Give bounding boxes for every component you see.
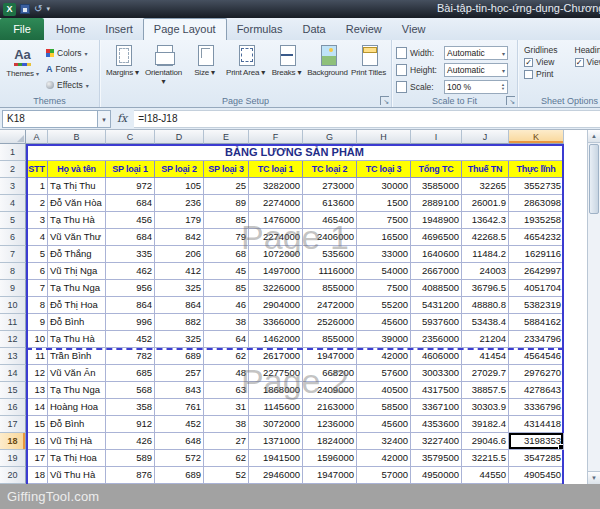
header-cell-E2[interactable]: SP loại 3 bbox=[204, 161, 249, 178]
cell-C13[interactable]: 782 bbox=[106, 348, 155, 365]
vertical-scrollbar[interactable]: ▲ ▼ bbox=[587, 130, 600, 484]
cell-K14[interactable]: 2976270 bbox=[509, 365, 564, 382]
cell-K13[interactable]: 4564546 bbox=[509, 348, 564, 365]
cell-C3[interactable]: 972 bbox=[106, 178, 155, 195]
cell-F16[interactable]: 1145600 bbox=[249, 399, 303, 416]
cell-A10[interactable]: 8 bbox=[26, 297, 48, 314]
cell-H16[interactable]: 58500 bbox=[357, 399, 411, 416]
header-cell-G2[interactable]: TC loại 2 bbox=[303, 161, 357, 178]
cell-A17[interactable]: 15 bbox=[26, 416, 48, 433]
cell-E10[interactable]: 46 bbox=[204, 297, 249, 314]
cell-D4[interactable]: 236 bbox=[155, 195, 204, 212]
cell-C10[interactable]: 864 bbox=[106, 297, 155, 314]
row-header-12[interactable]: 12 bbox=[0, 331, 26, 348]
cell-D3[interactable]: 105 bbox=[155, 178, 204, 195]
cell-D14[interactable]: 257 bbox=[155, 365, 204, 382]
cell-D20[interactable]: 689 bbox=[155, 467, 204, 484]
size-button[interactable]: Size ▾ bbox=[184, 42, 225, 95]
column-header-D[interactable]: D bbox=[155, 130, 204, 144]
cell-G7[interactable]: 535600 bbox=[303, 246, 357, 263]
cell-E16[interactable]: 31 bbox=[204, 399, 249, 416]
name-box-dropdown-icon[interactable]: ▾ bbox=[98, 110, 111, 128]
cell-J8[interactable]: 24003 bbox=[462, 263, 509, 280]
cell-H19[interactable]: 42000 bbox=[357, 450, 411, 467]
cell-E17[interactable]: 38 bbox=[204, 416, 249, 433]
cell-J11[interactable]: 53438.4 bbox=[462, 314, 509, 331]
cell-G10[interactable]: 2472000 bbox=[303, 297, 357, 314]
cell-A3[interactable]: 1 bbox=[26, 178, 48, 195]
undo-icon[interactable]: ↺ bbox=[34, 4, 42, 14]
cell-H7[interactable]: 33000 bbox=[357, 246, 411, 263]
colors-button[interactable]: Colors▾ bbox=[43, 45, 92, 61]
column-header-A[interactable]: A bbox=[26, 130, 48, 144]
cell-F17[interactable]: 3072000 bbox=[249, 416, 303, 433]
cell-J5[interactable]: 13642.3 bbox=[462, 212, 509, 229]
cell-E3[interactable]: 25 bbox=[204, 178, 249, 195]
cell-K3[interactable]: 3552735 bbox=[509, 178, 564, 195]
cell-B10[interactable]: Đỗ Thị Hoa bbox=[48, 297, 106, 314]
cell-F10[interactable]: 2904000 bbox=[249, 297, 303, 314]
cell-H13[interactable]: 42000 bbox=[357, 348, 411, 365]
cell-J18[interactable]: 29046.6 bbox=[462, 433, 509, 450]
effects-button[interactable]: Effects▾ bbox=[43, 77, 92, 93]
tab-home[interactable]: Home bbox=[46, 18, 95, 40]
cell-G15[interactable]: 2409000 bbox=[303, 382, 357, 399]
header-cell-J2[interactable]: Thuế TN bbox=[462, 161, 509, 178]
cell-J17[interactable]: 39182.4 bbox=[462, 416, 509, 433]
cell-C9[interactable]: 956 bbox=[106, 280, 155, 297]
tab-formulas[interactable]: Formulas bbox=[227, 18, 293, 40]
cell-F13[interactable]: 2617000 bbox=[249, 348, 303, 365]
cell-I9[interactable]: 4088500 bbox=[411, 280, 462, 297]
row-header-16[interactable]: 16 bbox=[0, 399, 26, 416]
row-header-11[interactable]: 11 bbox=[0, 314, 26, 331]
cell-H9[interactable]: 7500 bbox=[357, 280, 411, 297]
cell-B3[interactable]: Tạ Thị Thu bbox=[48, 178, 106, 195]
column-header-J[interactable]: J bbox=[462, 130, 509, 144]
cell-J4[interactable]: 26001.9 bbox=[462, 195, 509, 212]
cell-D5[interactable]: 179 bbox=[155, 212, 204, 229]
cell-A8[interactable]: 6 bbox=[26, 263, 48, 280]
cell-D19[interactable]: 572 bbox=[155, 450, 204, 467]
cell-A12[interactable]: 10 bbox=[26, 331, 48, 348]
row-header-20[interactable]: 20 bbox=[0, 467, 26, 484]
cell-C5[interactable]: 456 bbox=[106, 212, 155, 229]
cell-D15[interactable]: 843 bbox=[155, 382, 204, 399]
cell-F14[interactable]: 2277500 bbox=[249, 365, 303, 382]
cell-F7[interactable]: 1072000 bbox=[249, 246, 303, 263]
cell-F4[interactable]: 2274000 bbox=[249, 195, 303, 212]
name-box[interactable]: K18 bbox=[2, 110, 98, 128]
formula-input[interactable]: =I18-J18 bbox=[134, 110, 600, 128]
cell-H4[interactable]: 1500 bbox=[357, 195, 411, 212]
row-header-2[interactable]: 2 bbox=[0, 161, 26, 178]
header-cell-K2[interactable]: Thực lĩnh bbox=[509, 161, 564, 178]
cell-I6[interactable]: 4696500 bbox=[411, 229, 462, 246]
cell-J7[interactable]: 11484.2 bbox=[462, 246, 509, 263]
header-cell-I2[interactable]: Tổng TC bbox=[411, 161, 462, 178]
cell-H10[interactable]: 55200 bbox=[357, 297, 411, 314]
cell-B9[interactable]: Tạ Thu Nga bbox=[48, 280, 106, 297]
row-header-4[interactable]: 4 bbox=[0, 195, 26, 212]
cell-B11[interactable]: Đỗ Bình bbox=[48, 314, 106, 331]
cell-C12[interactable]: 452 bbox=[106, 331, 155, 348]
cell-H3[interactable]: 30000 bbox=[357, 178, 411, 195]
column-header-G[interactable]: G bbox=[303, 130, 357, 144]
print-titles-button[interactable]: Print Titles bbox=[348, 42, 389, 95]
cell-J14[interactable]: 27029.7 bbox=[462, 365, 509, 382]
cell-G20[interactable]: 1947000 bbox=[303, 467, 357, 484]
cell-G3[interactable]: 273000 bbox=[303, 178, 357, 195]
tab-file[interactable]: File bbox=[0, 18, 44, 40]
cell-B20[interactable]: Vũ Thu Hà bbox=[48, 467, 106, 484]
column-header-K[interactable]: K bbox=[509, 130, 564, 144]
cell-E9[interactable]: 85 bbox=[204, 280, 249, 297]
table-title-cell[interactable]: BẢNG LƯƠNG SẢN PHẨM bbox=[26, 144, 564, 161]
cell-B8[interactable]: Vũ Thị Nga bbox=[48, 263, 106, 280]
cell-H14[interactable]: 57600 bbox=[357, 365, 411, 382]
header-cell-C2[interactable]: SP loại 1 bbox=[106, 161, 155, 178]
cell-H6[interactable]: 16500 bbox=[357, 229, 411, 246]
row-header-15[interactable]: 15 bbox=[0, 382, 26, 399]
cell-K19[interactable]: 3547285 bbox=[509, 450, 564, 467]
header-cell-D2[interactable]: SP loại 2 bbox=[155, 161, 204, 178]
cell-B18[interactable]: Vũ Thị Hà bbox=[48, 433, 106, 450]
cell-C14[interactable]: 685 bbox=[106, 365, 155, 382]
cell-D7[interactable]: 206 bbox=[155, 246, 204, 263]
